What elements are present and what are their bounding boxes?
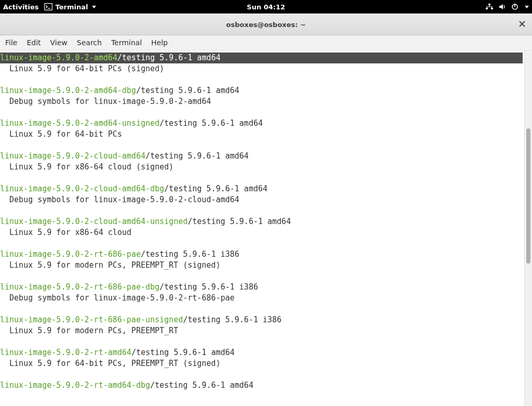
app-menu[interactable]: Terminal bbox=[44, 3, 97, 11]
package-description: Linux 5.9 for 64-bit PCs, PREEMPT_RT (si… bbox=[0, 358, 532, 369]
package-entry: linux-image-5.9.0-2-amd64-unsigned/testi… bbox=[0, 118, 532, 140]
terminal-area[interactable]: linux-image-5.9.0-2-amd64/testing 5.9.6-… bbox=[0, 50, 532, 406]
package-suffix: /testing 5.9.6-1 amd64 bbox=[188, 217, 291, 226]
menu-view[interactable]: View bbox=[50, 38, 68, 47]
menu-terminal[interactable]: Terminal bbox=[111, 38, 142, 47]
window-titlebar: osboxes@osboxes: ~ bbox=[0, 14, 532, 35]
package-entry: linux-image-5.9.0-2-rt-amd64-dbg/testing… bbox=[0, 380, 532, 391]
gnome-topbar: Activities Terminal Sun 04:12 bbox=[0, 0, 532, 14]
package-entry: linux-image-5.9.0-2-amd64-dbg/testing 5.… bbox=[0, 85, 532, 107]
package-name: linux-image-5.9.0-2-amd64-dbg bbox=[0, 86, 136, 95]
svg-rect-2 bbox=[488, 4, 490, 5]
svg-rect-3 bbox=[486, 8, 488, 9]
package-entry: linux-image-5.9.0-2-cloud-amd64-dbg/test… bbox=[0, 184, 532, 205]
package-description: Linux 5.9 for modern PCs, PREEMPT_RT bbox=[0, 325, 532, 336]
package-description: Debug symbols for linux-image-5.9.0-2-rt… bbox=[0, 293, 532, 304]
package-description: Linux 5.9 for 64-bit PCs (signed) bbox=[0, 63, 532, 74]
volume-icon[interactable] bbox=[499, 3, 506, 10]
chevron-down-icon[interactable] bbox=[525, 6, 529, 8]
menu-edit[interactable]: Edit bbox=[26, 38, 41, 47]
package-name: linux-image-5.9.0-2-amd64-unsigned bbox=[0, 119, 159, 128]
package-name: linux-image-5.9.0-2-amd64 bbox=[0, 53, 117, 62]
package-suffix: /testing 5.9.6-1 i386 bbox=[159, 282, 258, 292]
app-menu-label: Terminal bbox=[56, 3, 88, 11]
package-suffix: /testing 5.9.6-1 amd64 bbox=[164, 184, 268, 193]
package-suffix: /testing 5.9.6-1 amd64 bbox=[136, 86, 240, 95]
svg-rect-0 bbox=[44, 4, 52, 10]
package-name: linux-image-5.9.0-2-rt-686-pae-unsigned bbox=[0, 315, 183, 324]
package-description: Debug symbols for linux-image-5.9.0-2-cl… bbox=[0, 194, 532, 205]
package-description: Linux 5.9 for 64-bit PCs bbox=[0, 129, 532, 140]
package-suffix: /testing 5.9.6-1 amd64 bbox=[117, 53, 221, 62]
package-name: linux-image-5.9.0-2-rt-amd64 bbox=[0, 348, 131, 357]
menubar: File Edit View Search Terminal Help bbox=[0, 35, 532, 50]
package-entry: linux-image-5.9.0-2-rt-686-pae-dbg/testi… bbox=[0, 282, 532, 304]
chevron-down-icon bbox=[92, 6, 96, 8]
scrollbar-thumb[interactable] bbox=[526, 128, 530, 264]
package-name: linux-image-5.9.0-2-cloud-amd64 bbox=[0, 151, 145, 161]
package-description: Linux 5.9 for modern PCs, PREEMPT_RT (si… bbox=[0, 260, 532, 271]
close-icon bbox=[519, 19, 525, 29]
window-close-button[interactable] bbox=[517, 19, 527, 29]
package-entry: linux-image-5.9.0-2-rt-686-pae-unsigned/… bbox=[0, 315, 532, 336]
package-description: Linux 5.9 for x86-64 cloud (signed) bbox=[0, 162, 532, 173]
menu-help[interactable]: Help bbox=[151, 38, 168, 47]
package-entry: linux-image-5.9.0-2-rt-amd64/testing 5.9… bbox=[0, 347, 532, 369]
package-suffix: /testing 5.9.6-1 amd64 bbox=[145, 151, 249, 161]
package-entry: linux-image-5.9.0-2-cloud-amd64-unsigned… bbox=[0, 216, 532, 238]
terminal-icon bbox=[44, 3, 52, 10]
package-entry: linux-image-5.9.0-2-amd64/testing 5.9.6-… bbox=[0, 53, 532, 74]
menu-search[interactable]: Search bbox=[77, 38, 102, 47]
package-suffix: /testing 5.9.6-1 i386 bbox=[141, 250, 240, 259]
package-suffix: /testing 5.9.6-1 amd64 bbox=[150, 381, 254, 390]
terminal-output[interactable]: linux-image-5.9.0-2-amd64/testing 5.9.6-… bbox=[0, 50, 532, 406]
package-name: linux-image-5.9.0-2-rt-686-pae-dbg bbox=[0, 282, 159, 292]
menu-file[interactable]: File bbox=[5, 38, 17, 47]
network-icon[interactable] bbox=[485, 3, 494, 10]
package-suffix: /testing 5.9.6-1 amd64 bbox=[131, 348, 235, 357]
package-name: linux-image-5.9.0-2-rt-686-pae bbox=[0, 250, 141, 259]
package-suffix: /testing 5.9.6-1 i386 bbox=[183, 315, 282, 324]
scrollbar[interactable] bbox=[524, 50, 532, 406]
svg-rect-4 bbox=[491, 8, 493, 9]
clock: Sun 04:12 bbox=[247, 3, 285, 11]
package-entry: linux-image-5.9.0-2-cloud-amd64/testing … bbox=[0, 151, 532, 173]
package-name: linux-image-5.9.0-2-cloud-amd64-unsigned bbox=[0, 217, 188, 226]
package-entry: linux-image-5.9.0-2-rt-686-pae/testing 5… bbox=[0, 249, 532, 271]
power-icon[interactable] bbox=[511, 3, 518, 10]
activities-button[interactable]: Activities bbox=[3, 3, 39, 11]
package-description: Linux 5.9 for x86-64 cloud bbox=[0, 227, 532, 238]
window-title: osboxes@osboxes: ~ bbox=[226, 21, 305, 29]
package-suffix: /testing 5.9.6-1 amd64 bbox=[159, 119, 263, 128]
package-name: linux-image-5.9.0-2-cloud-amd64-dbg bbox=[0, 184, 164, 193]
package-name: linux-image-5.9.0-2-rt-amd64-dbg bbox=[0, 381, 150, 390]
package-description: Debug symbols for linux-image-5.9.0-2-am… bbox=[0, 96, 532, 107]
